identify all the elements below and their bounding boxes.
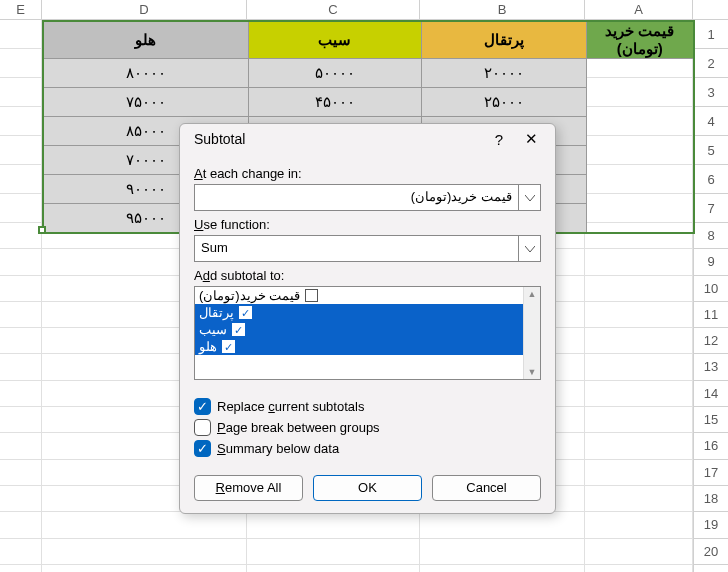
row-header-14[interactable]: 14 xyxy=(693,381,728,407)
cell[interactable] xyxy=(585,565,693,572)
summary-below-option[interactable]: Summary below data xyxy=(194,440,541,457)
add-subtotal-checklist[interactable]: قیمت خرید(تومان)پرتقالسیبهلو ▲ ▼ xyxy=(194,286,541,380)
checklist-item[interactable]: هلو xyxy=(195,338,523,355)
checklist-item[interactable]: پرتقال xyxy=(195,304,523,321)
data-cell[interactable]: ۵۰۰۰۰ xyxy=(248,59,421,88)
close-button[interactable]: ✕ xyxy=(515,130,547,148)
row-header-9[interactable]: 9 xyxy=(693,249,728,275)
row-header-15[interactable]: 15 xyxy=(693,407,728,433)
cell[interactable] xyxy=(42,512,247,538)
help-button[interactable]: ? xyxy=(483,131,515,148)
col-header-D[interactable]: D xyxy=(42,0,247,19)
checklist-item[interactable]: سیب xyxy=(195,321,523,338)
cell[interactable] xyxy=(42,539,247,565)
cell[interactable] xyxy=(585,276,693,302)
cell[interactable] xyxy=(0,539,42,565)
header-price[interactable]: قیمت خرید (تومان) xyxy=(586,21,694,59)
row-header-13[interactable]: 13 xyxy=(693,354,728,380)
col-header-A[interactable]: A xyxy=(585,0,693,19)
row-header-8[interactable]: 8 xyxy=(693,223,728,249)
data-cell[interactable]: ۷۵۰۰۰ xyxy=(43,88,248,117)
row-header-6[interactable]: 6 xyxy=(693,165,728,194)
row-header-10[interactable]: 10 xyxy=(693,276,728,302)
cell[interactable] xyxy=(0,565,42,572)
header-helou[interactable]: هلو xyxy=(43,21,248,59)
cell[interactable] xyxy=(0,20,42,49)
col-header-C[interactable]: C xyxy=(247,0,420,19)
change-combo[interactable]: قیمت خرید(تومان) xyxy=(194,184,541,211)
row-header-1[interactable]: 1 xyxy=(693,20,728,49)
cell[interactable] xyxy=(585,486,693,512)
cell[interactable] xyxy=(585,512,693,538)
row-header-3[interactable]: 3 xyxy=(693,78,728,107)
cell[interactable] xyxy=(0,302,42,328)
row-header-17[interactable]: 17 xyxy=(693,460,728,486)
cell[interactable] xyxy=(585,433,693,459)
cell[interactable] xyxy=(0,249,42,275)
checkbox-icon xyxy=(239,306,252,319)
data-cell[interactable]: ۲۰۰۰۰ xyxy=(421,59,586,88)
cell[interactable] xyxy=(585,381,693,407)
data-cell[interactable]: ۸۰۰۰۰ xyxy=(43,59,248,88)
cell[interactable] xyxy=(585,407,693,433)
cell[interactable] xyxy=(0,460,42,486)
cell[interactable] xyxy=(0,194,42,223)
cell[interactable] xyxy=(585,460,693,486)
header-porteghal[interactable]: پرتقال xyxy=(421,21,586,59)
cell[interactable] xyxy=(585,354,693,380)
cell[interactable] xyxy=(0,433,42,459)
row-header-19[interactable]: 19 xyxy=(693,512,728,538)
cell[interactable] xyxy=(420,512,585,538)
col-header-B[interactable]: B xyxy=(420,0,585,19)
cell[interactable] xyxy=(0,78,42,107)
cell[interactable] xyxy=(0,165,42,194)
cell[interactable] xyxy=(0,276,42,302)
checklist-item[interactable]: قیمت خرید(تومان) xyxy=(195,287,523,304)
cell[interactable] xyxy=(585,249,693,275)
row-header-16[interactable]: 16 xyxy=(693,433,728,459)
cell[interactable] xyxy=(0,49,42,78)
row-header-12[interactable]: 12 xyxy=(693,328,728,354)
page-break-option[interactable]: Page break between groups xyxy=(194,419,541,436)
cell[interactable] xyxy=(0,381,42,407)
ok-button[interactable]: OK xyxy=(313,475,422,501)
cell[interactable] xyxy=(0,486,42,512)
function-combo[interactable]: Sum xyxy=(194,235,541,262)
cell[interactable] xyxy=(0,328,42,354)
data-cell[interactable]: ۴۵۰۰۰ xyxy=(248,88,421,117)
cell[interactable] xyxy=(0,354,42,380)
row-header-5[interactable]: 5 xyxy=(693,136,728,165)
cell[interactable] xyxy=(0,407,42,433)
replace-subtotals-option[interactable]: Replace current subtotals xyxy=(194,398,541,415)
cell[interactable] xyxy=(247,565,420,572)
cell[interactable] xyxy=(585,302,693,328)
scroll-down-icon[interactable]: ▼ xyxy=(524,365,540,379)
scrollbar[interactable]: ▲ ▼ xyxy=(523,287,540,379)
cell[interactable] xyxy=(585,539,693,565)
row-header-21[interactable]: 21 xyxy=(693,565,728,572)
remove-all-button[interactable]: Remove All xyxy=(194,475,303,501)
dialog-titlebar[interactable]: Subtotal ? ✕ xyxy=(180,124,555,154)
cell[interactable] xyxy=(0,107,42,136)
cell[interactable] xyxy=(585,328,693,354)
cancel-button[interactable]: Cancel xyxy=(432,475,541,501)
cell[interactable] xyxy=(0,136,42,165)
cell[interactable] xyxy=(420,565,585,572)
cell[interactable] xyxy=(247,539,420,565)
row-header-20[interactable]: 20 xyxy=(693,539,728,565)
cell[interactable] xyxy=(247,512,420,538)
row-header-2[interactable]: 2 xyxy=(693,49,728,78)
scroll-up-icon[interactable]: ▲ xyxy=(524,287,540,301)
cell[interactable] xyxy=(0,223,42,249)
cell[interactable] xyxy=(0,512,42,538)
data-cell[interactable]: ۲۵۰۰۰ xyxy=(421,88,586,117)
header-seeb[interactable]: سیب xyxy=(248,21,421,59)
col-header-E[interactable]: E xyxy=(0,0,42,19)
row-header-7[interactable]: 7 xyxy=(693,194,728,223)
cell[interactable] xyxy=(420,539,585,565)
selection-handle[interactable] xyxy=(38,226,46,234)
cell[interactable] xyxy=(42,565,247,572)
row-header-11[interactable]: 11 xyxy=(693,302,728,328)
row-header-4[interactable]: 4 xyxy=(693,107,728,136)
row-header-18[interactable]: 18 xyxy=(693,486,728,512)
